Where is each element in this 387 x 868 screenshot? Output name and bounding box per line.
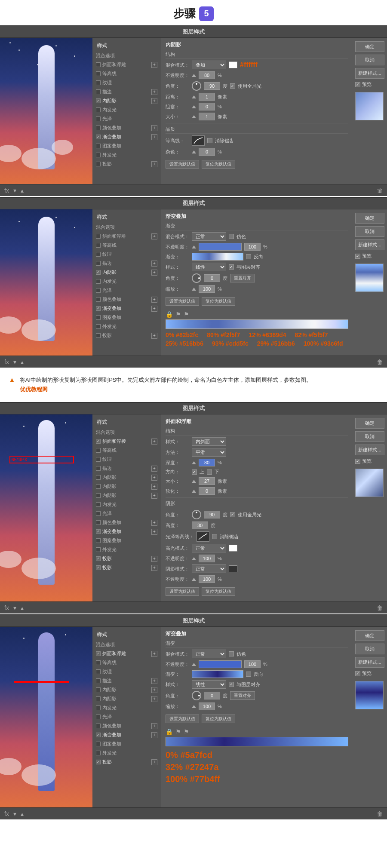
stroke-3[interactable]: 描边 + xyxy=(92,464,161,473)
reset-btn-4[interactable]: 复位为默认值 xyxy=(202,715,235,723)
style-contour-2[interactable]: 等高线 xyxy=(92,241,161,250)
bottom-icon-1[interactable]: ▾ xyxy=(13,187,16,194)
style-satin-2[interactable]: 光泽 xyxy=(92,286,161,295)
angle-dial[interactable] xyxy=(192,81,201,91)
cancel-btn-1[interactable]: 取消 xyxy=(355,55,384,65)
new-style-btn-4[interactable]: 新建样式... xyxy=(355,657,384,668)
style-satin[interactable]: 光泽 xyxy=(92,114,161,123)
gradient-color-bar[interactable] xyxy=(166,319,348,329)
style-blend-2[interactable]: 混合选项 xyxy=(92,223,161,232)
stroke-add[interactable]: + xyxy=(151,89,157,95)
bevel-soften-triangle[interactable] xyxy=(192,490,196,493)
inner-shadow3-3[interactable]: 内阴影 + xyxy=(92,491,161,500)
reverse-cb[interactable] xyxy=(246,254,251,259)
inner-shadow-add[interactable]: + xyxy=(151,98,157,104)
bevel-checkbox[interactable] xyxy=(96,62,101,67)
grad4-reset-align-btn[interactable]: 重置对齐 xyxy=(230,691,255,700)
angle-value[interactable]: 90 xyxy=(204,82,220,90)
noise-value[interactable]: 0 xyxy=(199,148,215,156)
drop-shadow1-3[interactable]: 投影 + xyxy=(92,554,161,563)
drop-shadow-add[interactable]: + xyxy=(151,161,157,167)
grad-angle-value[interactable]: 0 xyxy=(204,274,220,282)
default-btn-4[interactable]: 设置为默认值 xyxy=(166,715,199,723)
inner-shadow-checkbox[interactable] xyxy=(96,98,101,103)
shadow-opacity-value[interactable]: 100 xyxy=(199,575,215,583)
texture-checkbox[interactable] xyxy=(96,80,101,85)
choke-value[interactable]: 0 xyxy=(199,103,215,110)
bevel-angle-value[interactable]: 90 xyxy=(204,511,220,518)
drop-shadow-checkbox[interactable] xyxy=(96,162,101,166)
bevel-emboss-3[interactable]: 斜面和浮棱 + xyxy=(92,437,161,446)
reset-align-btn[interactable]: 重置对齐 xyxy=(230,274,255,282)
style-texture[interactable]: 纹理 xyxy=(92,78,161,87)
grad4-scale-triangle[interactable] xyxy=(192,705,196,708)
style-contour[interactable]: 等高线 xyxy=(92,69,161,78)
grad4-angle-value[interactable]: 0 xyxy=(204,692,220,699)
bevel-size-value[interactable]: 27 xyxy=(199,477,215,485)
new-style-btn-2[interactable]: 新建样式... xyxy=(355,239,384,250)
grad4-blend-select[interactable]: 正常 xyxy=(192,650,226,658)
style-inner-glow-2[interactable]: 内发光 xyxy=(92,277,161,286)
style-drop-shadow[interactable]: 投影 + xyxy=(92,159,161,169)
style-stroke-2[interactable]: 描边 + xyxy=(92,259,161,268)
noise-triangle[interactable] xyxy=(192,150,196,153)
style-gradient-overlay[interactable]: 渐变叠加 + xyxy=(92,132,161,141)
ok-btn-1[interactable]: 确定 xyxy=(355,41,384,52)
distance-value[interactable]: 1 xyxy=(199,93,215,101)
color-overlay-3[interactable]: 颜色叠加 + xyxy=(92,518,161,527)
stroke-add-2[interactable]: + xyxy=(151,261,157,267)
style-gradient-overlay-2[interactable]: 渐变叠加 + xyxy=(92,304,161,313)
grad-style-select[interactable]: 线性 xyxy=(192,263,226,271)
style-blend-options[interactable]: 混合选项 xyxy=(92,51,161,60)
style-inner-glow[interactable]: 内发光 xyxy=(92,105,161,114)
style-outer-glow-2[interactable]: 外发光 xyxy=(92,322,161,331)
distance-triangle[interactable] xyxy=(192,95,196,98)
highlight-opacity-triangle[interactable] xyxy=(192,557,196,560)
opacity-value[interactable]: 80 xyxy=(199,71,215,79)
inner-glow-4[interactable]: 内发光 xyxy=(92,703,161,712)
grad4-opacity-triangle[interactable] xyxy=(192,663,196,666)
color-overlay-checkbox[interactable] xyxy=(96,126,101,130)
outer-glow-3[interactable]: 外发光 xyxy=(92,545,161,554)
reset-btn-3[interactable]: 复位为默认值 xyxy=(202,587,235,596)
grad-scale-value[interactable]: 100 xyxy=(199,285,215,293)
inner-glow-checkbox[interactable] xyxy=(96,107,101,112)
dir-up-radio[interactable] xyxy=(192,469,197,475)
grad4-opacity-value[interactable]: 100 xyxy=(244,660,261,668)
grad-blend-select[interactable]: 正常 xyxy=(192,232,226,241)
style-outer-glow[interactable]: 外发光 xyxy=(92,150,161,159)
bevel-angle-dial[interactable] xyxy=(192,510,201,519)
shadow-opacity-triangle[interactable] xyxy=(192,578,196,581)
grad4-reverse-cb[interactable] xyxy=(246,672,251,677)
drop-shadow2-3[interactable]: 投影 + xyxy=(92,563,161,572)
gradient-preview-strip[interactable] xyxy=(192,253,243,261)
bevel-add[interactable]: + xyxy=(151,62,157,68)
preview-checkbox-3[interactable] xyxy=(355,459,360,464)
grad-opacity-bar[interactable] xyxy=(199,243,242,251)
stroke-checkbox[interactable] xyxy=(96,89,101,94)
blend-mode-select[interactable]: 叠加 xyxy=(192,61,226,69)
gradient4-preview-strip[interactable] xyxy=(192,670,243,678)
satin-checkbox[interactable] xyxy=(96,117,101,121)
drop-shadow-4[interactable]: 投影 + xyxy=(92,758,161,767)
cancel-btn-2[interactable]: 取消 xyxy=(355,226,384,237)
bevel-size-triangle[interactable] xyxy=(192,480,196,483)
bevel-depth-value[interactable]: 80 xyxy=(199,459,215,466)
bevel-gloss-contour[interactable] xyxy=(197,531,209,542)
choke-triangle[interactable] xyxy=(192,105,196,108)
reset-btn-2[interactable]: 复位为默认值 xyxy=(202,297,235,306)
global-light-checkbox[interactable] xyxy=(230,83,235,89)
grad4-opacity-bar[interactable] xyxy=(199,660,242,668)
opacity-triangle-up[interactable] xyxy=(192,74,196,77)
grad4-align-cb[interactable] xyxy=(229,682,234,687)
grad-opacity-triangle[interactable] xyxy=(192,245,196,248)
blend-options-4[interactable]: 混合选项 xyxy=(92,640,161,649)
ok-btn-4[interactable]: 确定 xyxy=(355,630,384,641)
grad-angle-dial[interactable] xyxy=(192,273,201,283)
gradient-overlay-3[interactable]: 渐变叠加 + xyxy=(92,527,161,536)
shadow-mode-select[interactable]: 正常 xyxy=(192,564,226,573)
inner-shadow2-3[interactable]: 内阴影 + xyxy=(92,482,161,491)
style-stroke[interactable]: 描边 + xyxy=(92,87,161,96)
contour-preview[interactable] xyxy=(192,135,205,146)
contour-3[interactable]: 等高线 xyxy=(92,446,161,455)
